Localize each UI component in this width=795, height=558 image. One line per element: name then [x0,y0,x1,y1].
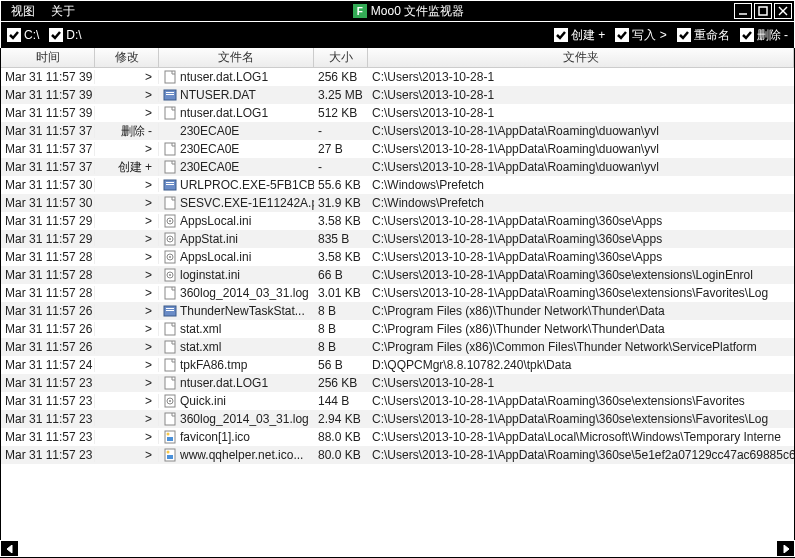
cell-file: ntuser.dat.LOG1 [159,106,314,120]
cell-mod: > [95,70,159,84]
cell-folder: C:\Users\2013-10-28-1\AppData\Roaming\36… [368,250,794,264]
cell-file: favicon[1].ico [159,430,314,444]
title-text: Moo0 文件监视器 [371,3,464,20]
cell-file: ThunderNewTaskStat... [159,304,314,318]
scroll-right-button[interactable] [777,541,794,556]
cell-file: stat.xml [159,322,314,336]
col-time[interactable]: 时间 [1,48,95,67]
table-row[interactable]: Mar 31 11:57 37>230ECA0E27 BC:\Users\201… [1,140,794,158]
cell-file: URLPROC.EXE-5FB1CB... [159,178,314,192]
table-row[interactable]: Mar 31 11:57 30>SESVC.EXE-1E11242A.pf31.… [1,194,794,212]
cell-time: Mar 31 11:57 37 [1,142,95,156]
svg-point-26 [169,274,171,276]
col-folder[interactable]: 文件夹 [368,48,794,67]
svg-point-20 [169,238,171,240]
menu-about[interactable]: 关于 [43,3,83,20]
col-file[interactable]: 文件名 [159,48,314,67]
table-body[interactable]: Mar 31 11:57 39>ntuser.dat.LOG1256 KBC:\… [1,68,794,540]
horizontal-scrollbar[interactable] [0,540,795,557]
table-row[interactable]: Mar 31 11:57 29>AppsLocal.ini3.58 KBC:\U… [1,212,794,230]
scroll-track[interactable] [18,541,777,556]
table-row[interactable]: Mar 31 11:57 23>Quick.ini144 BC:\Users\2… [1,392,794,410]
cell-folder: C:\Users\2013-10-28-1 [368,70,794,84]
cell-folder: C:\Users\2013-10-28-1\AppData\Roaming\36… [368,394,794,408]
table-row[interactable]: Mar 31 11:57 24>tpkFA86.tmp56 BD:\QQPCMg… [1,356,794,374]
cell-folder: C:\Users\2013-10-28-1\AppData\Roaming\36… [368,232,794,246]
cell-folder: C:\Users\2013-10-28-1\AppData\Roaming\36… [368,214,794,228]
close-button[interactable] [774,3,792,19]
svg-rect-9 [165,143,175,155]
svg-rect-38 [165,413,175,425]
table-row[interactable]: Mar 31 11:57 28>AppsLocal.ini3.58 KBC:\U… [1,248,794,266]
filter-delete-checkbox[interactable]: 删除 - [740,27,788,44]
table-header: 时间 修改 文件名 大小 文件夹 [1,48,794,68]
scroll-left-button[interactable] [1,541,18,556]
col-size[interactable]: 大小 [314,48,368,67]
table-row[interactable]: Mar 31 11:57 26>ThunderNewTaskStat...8 B… [1,302,794,320]
filter-rename-label: 重命名 [694,27,730,44]
cell-mod: > [95,286,159,300]
filter-create-checkbox[interactable]: 创建 + [554,27,605,44]
table-row[interactable]: Mar 31 11:57 37创建 +230ECA0E-C:\Users\201… [1,158,794,176]
cell-time: Mar 31 11:57 28 [1,286,95,300]
cell-mod: > [95,142,159,156]
cell-size: 8 B [314,322,368,336]
cell-folder: C:\Users\2013-10-28-1\AppData\Roaming\du… [368,142,794,156]
svg-rect-14 [165,197,175,209]
table-row[interactable]: Mar 31 11:57 23>360log_2014_03_31.log2.9… [1,410,794,428]
cell-size: 31.9 KB [314,196,368,210]
toolbar: C:\ D:\ 创建 + 写入 > 重命名 删除 - [0,22,795,48]
cell-mod: > [95,358,159,372]
table-row[interactable]: Mar 31 11:57 28>loginstat.ini66 BC:\User… [1,266,794,284]
svg-marker-45 [7,545,12,553]
table-row[interactable]: Mar 31 11:57 28>360log_2014_03_31.log3.0… [1,284,794,302]
svg-point-41 [167,433,170,436]
table-row[interactable]: Mar 31 11:57 23>www.qqhelper.net.ico...8… [1,446,794,464]
cell-time: Mar 31 11:57 23 [1,376,95,390]
minimize-button[interactable] [734,3,752,19]
filter-delete-label: 删除 - [757,27,788,44]
table-row[interactable]: Mar 31 11:57 26>stat.xml8 BC:\Program Fi… [1,320,794,338]
cell-mod: > [95,430,159,444]
cell-folder: C:\Users\2013-10-28-1 [368,376,794,390]
cell-file: AppStat.ini [159,232,314,246]
table-row[interactable]: Mar 31 11:57 39>ntuser.dat.LOG1256 KBC:\… [1,68,794,86]
cell-file: Quick.ini [159,394,314,408]
table-row[interactable]: Mar 31 11:57 39>ntuser.dat.LOG1512 KBC:\… [1,104,794,122]
cell-time: Mar 31 11:57 37 [1,124,95,138]
cell-file: 230ECA0E [159,142,314,156]
cell-size: - [314,124,368,138]
svg-rect-13 [166,184,174,185]
cell-file: ntuser.dat.LOG1 [159,70,314,84]
table-row[interactable]: Mar 31 11:57 30>URLPROC.EXE-5FB1CB...55.… [1,176,794,194]
cell-folder: D:\QQPCMgr\8.8.10782.240\tpk\Data [368,358,794,372]
app-icon: F [353,4,367,18]
cell-time: Mar 31 11:57 29 [1,232,95,246]
cell-size: 835 B [314,232,368,246]
cell-size: 2.94 KB [314,412,368,426]
svg-rect-31 [165,323,175,335]
cell-file: 230ECA0E [159,124,314,138]
svg-rect-10 [165,161,175,173]
table-row[interactable]: Mar 31 11:57 37删除 -230ECA0E-C:\Users\201… [1,122,794,140]
svg-rect-12 [166,182,174,183]
svg-rect-30 [166,310,174,311]
table-row[interactable]: Mar 31 11:57 26>stat.xml8 BC:\Program Fi… [1,338,794,356]
drive-c-checkbox[interactable]: C:\ [7,28,39,42]
filter-rename-checkbox[interactable]: 重命名 [677,27,730,44]
maximize-button[interactable] [754,3,772,19]
table-row[interactable]: Mar 31 11:57 29>AppStat.ini835 BC:\Users… [1,230,794,248]
cell-mod: > [95,232,159,246]
drive-d-checkbox[interactable]: D:\ [49,28,81,42]
table-row[interactable]: Mar 31 11:57 23>ntuser.dat.LOG1256 KBC:\… [1,374,794,392]
table-row[interactable]: Mar 31 11:57 39>NTUSER.DAT3.25 MBC:\User… [1,86,794,104]
cell-file: NTUSER.DAT [159,88,314,102]
cell-mod: 删除 - [95,123,159,140]
cell-size: 256 KB [314,376,368,390]
table-row[interactable]: Mar 31 11:57 23>favicon[1].ico88.0 KBC:\… [1,428,794,446]
cell-time: Mar 31 11:57 30 [1,178,95,192]
filter-write-checkbox[interactable]: 写入 > [615,27,666,44]
col-mod[interactable]: 修改 [95,48,159,67]
menu-view[interactable]: 视图 [3,3,43,20]
svg-rect-6 [166,92,174,93]
